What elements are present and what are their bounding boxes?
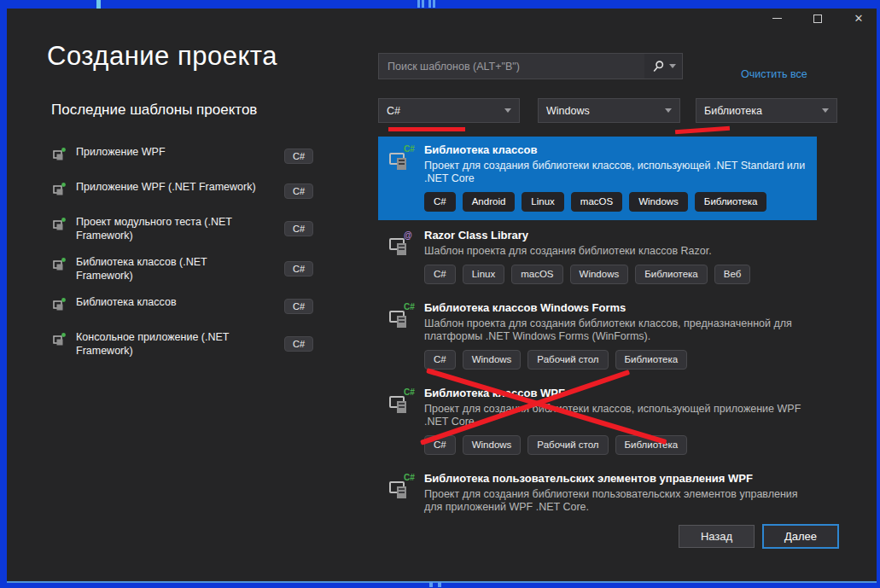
recent-template-label: Приложение WPF (.NET Framework) [76, 180, 262, 194]
tag-badge: C# [424, 350, 456, 370]
wpf-library-icon: C# @ [388, 387, 416, 416]
svg-text:C#: C# [404, 144, 415, 154]
unit-test-icon [52, 216, 67, 231]
minimize-icon [772, 18, 782, 19]
recent-template-item[interactable]: Приложение WPF (.NET Framework) C# [47, 180, 313, 202]
wpf-usercontrol-library-icon: C# @ [388, 473, 416, 501]
maximize-button[interactable] [807, 10, 828, 26]
template-name: Библиотека классов [424, 143, 807, 157]
page-title: Создание проекта [47, 41, 277, 72]
background-window-artifact [438, 582, 441, 587]
template-search-box [378, 53, 683, 79]
recent-template-label: Библиотека классов [76, 295, 262, 309]
background-window-artifact [433, 0, 435, 8]
template-name: Razor Class Library [424, 229, 807, 242]
chevron-down-icon [504, 108, 511, 113]
chevron-down-icon [665, 108, 672, 113]
recent-template-label: Консольное приложение (.NET Framework) [76, 330, 262, 358]
svg-text:C#: C# [404, 302, 415, 311]
tag-badge: macOS [571, 192, 622, 212]
wpf-app-icon [52, 146, 67, 161]
template-description: Проект для создания библиотеки классов, … [424, 160, 807, 185]
close-button[interactable]: ✕ [848, 10, 869, 26]
template-description: Шаблон проекта для создания библиотеки к… [424, 317, 807, 343]
tag-badge: Linux [522, 192, 564, 212]
tag-badge: C# [424, 265, 456, 284]
svg-text:@: @ [404, 230, 412, 240]
recent-template-item[interactable]: Библиотека классов (.NET Framework) C# [47, 255, 313, 282]
search-icon [651, 60, 665, 73]
background-window-artifact [422, 0, 424, 8]
project-type-filter-value: Библиотека [704, 105, 762, 117]
search-button[interactable] [644, 54, 682, 79]
svg-text:C#: C# [404, 473, 415, 482]
chevron-down-icon [822, 108, 829, 113]
red-underline-annotation [388, 127, 465, 131]
project-type-filter-dropdown[interactable]: Библиотека [696, 98, 837, 123]
recent-templates-heading: Последние шаблоны проектов [51, 102, 257, 119]
recent-template-item[interactable]: Проект модульного теста (.NET Framework)… [47, 215, 313, 242]
class-library-icon: C# @ [388, 144, 416, 172]
language-badge: C# [284, 336, 313, 352]
create-project-window: ✕ Создание проекта Очистить все C# Windo… [0, 0, 880, 588]
close-icon: ✕ [854, 12, 864, 25]
template-row[interactable]: C# @ Библиотека классов Windows Forms Ша… [378, 294, 817, 378]
razor-library-icon: C# @ [388, 230, 416, 258]
language-badge: C# [284, 183, 313, 199]
winforms-library-icon: C# @ [388, 302, 416, 330]
platform-filter-value: Windows [546, 105, 590, 117]
background-window-artifact [96, 0, 101, 9]
background-window-artifact [7, 581, 877, 583]
back-button[interactable]: Назад [679, 525, 755, 548]
tag-badge: Windows [463, 435, 522, 455]
template-tags: C# Windows Рабочий стол Библиотека [424, 435, 807, 455]
background-window-artifact [417, 0, 420, 8]
tag-badge: Рабочий стол [527, 435, 608, 455]
chevron-down-icon [669, 64, 676, 68]
minimize-button[interactable] [766, 10, 787, 26]
tag-badge: Библиотека [635, 265, 708, 284]
recent-template-item[interactable]: Приложение WPF C# [47, 145, 313, 167]
template-row[interactable]: C# @ Библиотека пользовательских элемент… [378, 465, 817, 513]
recent-templates-list: Приложение WPF C# Приложение WPF (.NET F… [47, 145, 313, 370]
language-badge: C# [284, 299, 313, 314]
tag-badge: Android [463, 192, 516, 212]
tag-badge: Рабочий стол [527, 350, 608, 370]
template-name: Библиотека пользовательских элементов уп… [424, 472, 807, 486]
recent-template-label: Библиотека классов (.NET Framework) [76, 255, 262, 282]
recent-template-item[interactable]: Библиотека классов C# [47, 295, 313, 317]
search-input[interactable] [379, 54, 644, 79]
platform-filter-dropdown[interactable]: Windows [538, 98, 680, 123]
console-app-icon [52, 331, 67, 346]
next-button[interactable]: Далее [762, 524, 839, 549]
tag-badge: macOS [511, 265, 562, 284]
template-row[interactable]: C# @ Razor Class Library Шаблон проекта … [378, 222, 817, 293]
clear-all-link[interactable]: Очистить все [741, 68, 807, 80]
template-description: Проект для создания библиотеки пользоват… [424, 488, 807, 513]
tag-badge: C# [424, 192, 456, 212]
class-library-icon [52, 256, 67, 271]
language-badge: C# [284, 148, 313, 164]
template-row[interactable]: C# @ Библиотека классов Проект для созда… [378, 137, 817, 220]
tag-badge: Windows [629, 192, 688, 212]
tag-badge: Библиотека [615, 350, 688, 370]
language-filter-dropdown[interactable]: C# [378, 98, 520, 123]
maximize-icon [813, 15, 822, 23]
template-name: Библиотека классов Windows Forms [424, 301, 807, 315]
template-tags: C# Android Linux macOS Windows Библиотек… [424, 192, 807, 212]
wpf-app-icon [52, 181, 67, 196]
background-window-artifact [428, 0, 431, 8]
language-filter-value: C# [387, 105, 400, 117]
language-badge: C# [284, 261, 313, 277]
template-tags: C# Linux macOS Windows Библиотека Веб [424, 265, 807, 284]
tag-badge: Библиотека [695, 192, 767, 212]
template-description: Шаблон проекта для создания библиотеки к… [424, 245, 807, 258]
tag-badge: Windows [463, 350, 522, 370]
tag-badge: Linux [463, 265, 505, 284]
recent-template-item[interactable]: Консольное приложение (.NET Framework) C… [47, 330, 313, 358]
recent-template-label: Приложение WPF [76, 145, 262, 159]
recent-template-label: Проект модульного теста (.NET Framework) [76, 215, 262, 242]
template-tags: C# Windows Рабочий стол Библиотека [424, 350, 807, 370]
class-library-icon [52, 296, 67, 311]
language-badge: C# [284, 221, 313, 236]
